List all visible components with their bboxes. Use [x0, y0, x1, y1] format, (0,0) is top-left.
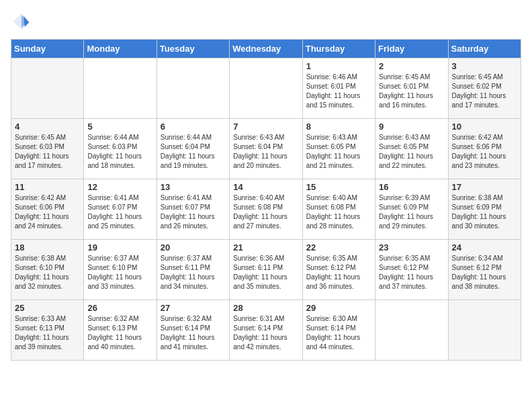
day-number: 24 — [452, 242, 517, 253]
day-number: 26 — [87, 303, 152, 313]
week-row-2: 11Sunrise: 6:42 AM Sunset: 6:06 PM Dayli… — [11, 179, 521, 240]
header-friday: Friday — [375, 40, 448, 58]
calendar-cell: 14Sunrise: 6:40 AM Sunset: 6:08 PM Dayli… — [230, 179, 302, 240]
day-number: 23 — [379, 242, 444, 253]
calendar-table: SundayMondayTuesdayWednesdayThursdayFrid… — [11, 39, 521, 361]
day-info: Sunrise: 6:46 AM Sunset: 6:01 PM Dayligh… — [306, 73, 371, 110]
header-monday: Monday — [84, 40, 157, 58]
week-row-1: 4Sunrise: 6:45 AM Sunset: 6:03 PM Daylig… — [11, 119, 521, 179]
logo-icon — [11, 11, 32, 32]
week-row-4: 25Sunrise: 6:33 AM Sunset: 6:13 PM Dayli… — [11, 300, 521, 361]
calendar-cell: 5Sunrise: 6:44 AM Sunset: 6:03 PM Daylig… — [84, 119, 157, 179]
day-number: 17 — [452, 182, 517, 192]
calendar-cell: 8Sunrise: 6:43 AM Sunset: 6:05 PM Daylig… — [302, 119, 375, 179]
calendar-cell: 12Sunrise: 6:41 AM Sunset: 6:07 PM Dayli… — [84, 179, 157, 240]
day-info: Sunrise: 6:34 AM Sunset: 6:12 PM Dayligh… — [452, 254, 517, 291]
day-info: Sunrise: 6:32 AM Sunset: 6:14 PM Dayligh… — [161, 314, 226, 352]
day-number: 21 — [233, 242, 298, 253]
day-number: 13 — [161, 182, 226, 192]
day-number: 19 — [87, 242, 152, 253]
calendar-cell — [84, 58, 157, 119]
day-info: Sunrise: 6:45 AM Sunset: 6:02 PM Dayligh… — [452, 73, 517, 110]
header-thursday: Thursday — [302, 40, 375, 58]
day-number: 1 — [306, 61, 371, 71]
day-info: Sunrise: 6:37 AM Sunset: 6:10 PM Dayligh… — [87, 254, 152, 291]
day-info: Sunrise: 6:33 AM Sunset: 6:13 PM Dayligh… — [15, 314, 80, 352]
day-info: Sunrise: 6:35 AM Sunset: 6:12 PM Dayligh… — [306, 254, 371, 291]
calendar-cell: 7Sunrise: 6:43 AM Sunset: 6:04 PM Daylig… — [230, 119, 302, 179]
calendar-cell: 24Sunrise: 6:34 AM Sunset: 6:12 PM Dayli… — [448, 240, 521, 300]
day-info: Sunrise: 6:38 AM Sunset: 6:09 PM Dayligh… — [452, 193, 517, 231]
day-info: Sunrise: 6:43 AM Sunset: 6:05 PM Dayligh… — [306, 133, 371, 171]
day-info: Sunrise: 6:45 AM Sunset: 6:01 PM Dayligh… — [379, 73, 444, 110]
calendar-cell: 23Sunrise: 6:35 AM Sunset: 6:12 PM Dayli… — [375, 240, 448, 300]
calendar-cell — [11, 58, 84, 119]
header-row: SundayMondayTuesdayWednesdayThursdayFrid… — [11, 40, 521, 58]
page-header — [11, 11, 521, 32]
day-info: Sunrise: 6:44 AM Sunset: 6:03 PM Dayligh… — [87, 133, 152, 171]
calendar-cell — [375, 300, 448, 361]
day-number: 12 — [87, 182, 152, 192]
logo — [11, 11, 36, 32]
day-info: Sunrise: 6:42 AM Sunset: 6:06 PM Dayligh… — [452, 133, 517, 171]
day-info: Sunrise: 6:45 AM Sunset: 6:03 PM Dayligh… — [15, 133, 80, 171]
day-info: Sunrise: 6:36 AM Sunset: 6:11 PM Dayligh… — [233, 254, 298, 291]
day-number: 3 — [452, 61, 517, 71]
day-number: 2 — [379, 61, 444, 71]
calendar-cell: 15Sunrise: 6:40 AM Sunset: 6:08 PM Dayli… — [302, 179, 375, 240]
calendar-cell: 17Sunrise: 6:38 AM Sunset: 6:09 PM Dayli… — [448, 179, 521, 240]
calendar-cell: 6Sunrise: 6:44 AM Sunset: 6:04 PM Daylig… — [157, 119, 229, 179]
day-number: 9 — [379, 122, 444, 132]
calendar-cell — [448, 300, 521, 361]
calendar-cell: 28Sunrise: 6:31 AM Sunset: 6:14 PM Dayli… — [230, 300, 302, 361]
day-number: 15 — [306, 182, 371, 192]
calendar-cell: 2Sunrise: 6:45 AM Sunset: 6:01 PM Daylig… — [375, 58, 448, 119]
day-info: Sunrise: 6:42 AM Sunset: 6:06 PM Dayligh… — [15, 193, 80, 231]
calendar-cell: 20Sunrise: 6:37 AM Sunset: 6:11 PM Dayli… — [157, 240, 229, 300]
calendar-cell: 3Sunrise: 6:45 AM Sunset: 6:02 PM Daylig… — [448, 58, 521, 119]
day-number: 7 — [233, 122, 298, 132]
calendar-cell: 11Sunrise: 6:42 AM Sunset: 6:06 PM Dayli… — [11, 179, 84, 240]
day-number: 22 — [306, 242, 371, 253]
day-info: Sunrise: 6:37 AM Sunset: 6:11 PM Dayligh… — [161, 254, 226, 291]
header-wednesday: Wednesday — [230, 40, 302, 58]
day-number: 16 — [379, 182, 444, 192]
day-number: 18 — [15, 242, 80, 253]
calendar-cell: 1Sunrise: 6:46 AM Sunset: 6:01 PM Daylig… — [302, 58, 375, 119]
day-number: 8 — [306, 122, 371, 132]
calendar-cell — [157, 58, 229, 119]
day-info: Sunrise: 6:32 AM Sunset: 6:13 PM Dayligh… — [87, 314, 152, 352]
day-info: Sunrise: 6:41 AM Sunset: 6:07 PM Dayligh… — [87, 193, 152, 231]
day-info: Sunrise: 6:40 AM Sunset: 6:08 PM Dayligh… — [233, 193, 298, 231]
day-number: 5 — [87, 122, 152, 132]
header-tuesday: Tuesday — [157, 40, 229, 58]
calendar-cell: 4Sunrise: 6:45 AM Sunset: 6:03 PM Daylig… — [11, 119, 84, 179]
day-number: 11 — [15, 182, 80, 192]
calendar-cell: 18Sunrise: 6:38 AM Sunset: 6:10 PM Dayli… — [11, 240, 84, 300]
day-info: Sunrise: 6:35 AM Sunset: 6:12 PM Dayligh… — [379, 254, 444, 291]
day-number: 20 — [161, 242, 226, 253]
calendar-cell: 26Sunrise: 6:32 AM Sunset: 6:13 PM Dayli… — [84, 300, 157, 361]
header-saturday: Saturday — [448, 40, 521, 58]
day-number: 28 — [233, 303, 298, 313]
calendar-cell — [230, 58, 302, 119]
calendar-cell: 27Sunrise: 6:32 AM Sunset: 6:14 PM Dayli… — [157, 300, 229, 361]
week-row-0: 1Sunrise: 6:46 AM Sunset: 6:01 PM Daylig… — [11, 58, 521, 119]
day-number: 4 — [15, 122, 80, 132]
header-sunday: Sunday — [11, 40, 84, 58]
day-number: 10 — [452, 122, 517, 132]
day-info: Sunrise: 6:31 AM Sunset: 6:14 PM Dayligh… — [233, 314, 298, 352]
day-info: Sunrise: 6:39 AM Sunset: 6:09 PM Dayligh… — [379, 193, 444, 231]
calendar-cell: 9Sunrise: 6:43 AM Sunset: 6:05 PM Daylig… — [375, 119, 448, 179]
calendar-cell: 21Sunrise: 6:36 AM Sunset: 6:11 PM Dayli… — [230, 240, 302, 300]
day-info: Sunrise: 6:30 AM Sunset: 6:14 PM Dayligh… — [306, 314, 371, 352]
day-info: Sunrise: 6:43 AM Sunset: 6:04 PM Dayligh… — [233, 133, 298, 171]
calendar-cell: 25Sunrise: 6:33 AM Sunset: 6:13 PM Dayli… — [11, 300, 84, 361]
calendar-cell: 13Sunrise: 6:41 AM Sunset: 6:07 PM Dayli… — [157, 179, 229, 240]
calendar-cell: 10Sunrise: 6:42 AM Sunset: 6:06 PM Dayli… — [448, 119, 521, 179]
calendar-cell: 16Sunrise: 6:39 AM Sunset: 6:09 PM Dayli… — [375, 179, 448, 240]
day-info: Sunrise: 6:40 AM Sunset: 6:08 PM Dayligh… — [306, 193, 371, 231]
day-number: 27 — [161, 303, 226, 313]
calendar-cell: 22Sunrise: 6:35 AM Sunset: 6:12 PM Dayli… — [302, 240, 375, 300]
day-info: Sunrise: 6:43 AM Sunset: 6:05 PM Dayligh… — [379, 133, 444, 171]
